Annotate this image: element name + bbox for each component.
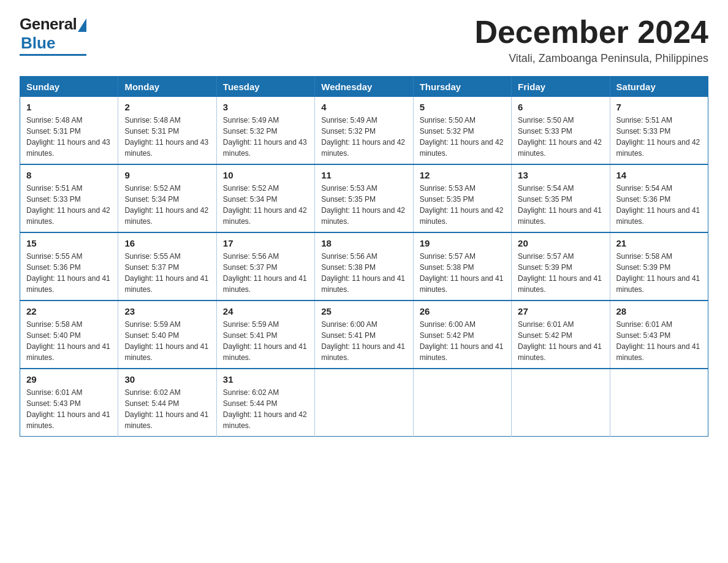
table-row: 28 Sunrise: 6:01 AMSunset: 5:43 PMDaylig… — [610, 301, 708, 369]
table-row: 18 Sunrise: 5:56 AMSunset: 5:38 PMDaylig… — [315, 232, 413, 301]
table-row: 31 Sunrise: 6:02 AMSunset: 5:44 PMDaylig… — [216, 369, 314, 437]
table-row — [610, 369, 708, 437]
table-row: 19 Sunrise: 5:57 AMSunset: 5:38 PMDaylig… — [413, 232, 511, 301]
table-row: 14 Sunrise: 5:54 AMSunset: 5:36 PMDaylig… — [610, 164, 708, 232]
day-info: Sunrise: 5:53 AMSunset: 5:35 PMDaylight:… — [321, 184, 405, 226]
table-row: 26 Sunrise: 6:00 AMSunset: 5:42 PMDaylig… — [413, 301, 511, 369]
table-row: 17 Sunrise: 5:56 AMSunset: 5:37 PMDaylig… — [216, 232, 314, 301]
day-number: 19 — [420, 238, 505, 248]
day-info: Sunrise: 5:59 AMSunset: 5:41 PMDaylight:… — [223, 320, 307, 362]
col-saturday: Saturday — [610, 77, 708, 98]
logo-general-text: General — [20, 15, 77, 34]
col-sunday: Sunday — [20, 77, 118, 98]
day-number: 13 — [518, 170, 603, 180]
day-number: 3 — [223, 102, 308, 112]
calendar-week-row: 1 Sunrise: 5:48 AMSunset: 5:31 PMDayligh… — [20, 97, 708, 164]
day-number: 4 — [321, 102, 406, 112]
day-info: Sunrise: 5:48 AMSunset: 5:31 PMDaylight:… — [124, 116, 208, 158]
day-info: Sunrise: 5:49 AMSunset: 5:32 PMDaylight:… — [223, 116, 307, 158]
day-number: 15 — [26, 238, 112, 248]
calendar-week-row: 8 Sunrise: 5:51 AMSunset: 5:33 PMDayligh… — [20, 164, 708, 232]
col-monday: Monday — [118, 77, 216, 98]
day-info: Sunrise: 5:58 AMSunset: 5:39 PMDaylight:… — [616, 252, 700, 294]
day-info: Sunrise: 5:52 AMSunset: 5:34 PMDaylight:… — [124, 184, 208, 226]
day-number: 12 — [420, 170, 505, 180]
day-info: Sunrise: 5:51 AMSunset: 5:33 PMDaylight:… — [616, 116, 700, 158]
day-info: Sunrise: 5:59 AMSunset: 5:40 PMDaylight:… — [124, 320, 208, 362]
col-thursday: Thursday — [413, 77, 511, 98]
day-number: 9 — [124, 170, 210, 180]
calendar-week-row: 22 Sunrise: 5:58 AMSunset: 5:40 PMDaylig… — [20, 301, 708, 369]
table-row: 3 Sunrise: 5:49 AMSunset: 5:32 PMDayligh… — [216, 97, 314, 164]
logo-blue-text: Blue — [21, 34, 55, 53]
table-row: 25 Sunrise: 6:00 AMSunset: 5:41 PMDaylig… — [315, 301, 413, 369]
day-number: 25 — [321, 306, 406, 316]
day-number: 24 — [223, 306, 308, 316]
day-info: Sunrise: 5:54 AMSunset: 5:35 PMDaylight:… — [518, 184, 602, 226]
day-number: 21 — [616, 238, 702, 248]
calendar-week-row: 15 Sunrise: 5:55 AMSunset: 5:36 PMDaylig… — [20, 232, 708, 301]
day-number: 28 — [616, 306, 702, 316]
table-row: 4 Sunrise: 5:49 AMSunset: 5:32 PMDayligh… — [315, 97, 413, 164]
calendar-week-row: 29 Sunrise: 6:01 AMSunset: 5:43 PMDaylig… — [20, 369, 708, 437]
table-row: 6 Sunrise: 5:50 AMSunset: 5:33 PMDayligh… — [512, 97, 610, 164]
table-row: 16 Sunrise: 5:55 AMSunset: 5:37 PMDaylig… — [118, 232, 216, 301]
table-row: 8 Sunrise: 5:51 AMSunset: 5:33 PMDayligh… — [20, 164, 118, 232]
logo-triangle-icon — [78, 18, 86, 32]
calendar-header-row: Sunday Monday Tuesday Wednesday Thursday… — [20, 77, 708, 98]
table-row: 23 Sunrise: 5:59 AMSunset: 5:40 PMDaylig… — [118, 301, 216, 369]
logo-underline — [20, 54, 86, 56]
day-number: 20 — [518, 238, 603, 248]
logo: General Blue — [20, 15, 86, 56]
table-row: 10 Sunrise: 5:52 AMSunset: 5:34 PMDaylig… — [216, 164, 314, 232]
day-info: Sunrise: 5:50 AMSunset: 5:32 PMDaylight:… — [420, 116, 504, 158]
table-row: 9 Sunrise: 5:52 AMSunset: 5:34 PMDayligh… — [118, 164, 216, 232]
table-row: 30 Sunrise: 6:02 AMSunset: 5:44 PMDaylig… — [118, 369, 216, 437]
calendar-table: Sunday Monday Tuesday Wednesday Thursday… — [20, 76, 708, 437]
table-row: 22 Sunrise: 5:58 AMSunset: 5:40 PMDaylig… — [20, 301, 118, 369]
day-info: Sunrise: 5:51 AMSunset: 5:33 PMDaylight:… — [26, 184, 110, 226]
day-number: 22 — [26, 306, 112, 316]
table-row — [315, 369, 413, 437]
table-row — [413, 369, 511, 437]
day-info: Sunrise: 5:54 AMSunset: 5:36 PMDaylight:… — [616, 184, 700, 226]
day-number: 23 — [124, 306, 210, 316]
table-row: 12 Sunrise: 5:53 AMSunset: 5:35 PMDaylig… — [413, 164, 511, 232]
table-row: 20 Sunrise: 5:57 AMSunset: 5:39 PMDaylig… — [512, 232, 610, 301]
table-row: 2 Sunrise: 5:48 AMSunset: 5:31 PMDayligh… — [118, 97, 216, 164]
day-number: 31 — [223, 374, 308, 385]
day-number: 8 — [26, 170, 112, 180]
table-row: 15 Sunrise: 5:55 AMSunset: 5:36 PMDaylig… — [20, 232, 118, 301]
day-info: Sunrise: 6:01 AMSunset: 5:43 PMDaylight:… — [616, 320, 700, 362]
day-info: Sunrise: 6:00 AMSunset: 5:42 PMDaylight:… — [420, 320, 504, 362]
day-number: 16 — [124, 238, 210, 248]
day-info: Sunrise: 5:55 AMSunset: 5:37 PMDaylight:… — [124, 252, 208, 294]
table-row: 24 Sunrise: 5:59 AMSunset: 5:41 PMDaylig… — [216, 301, 314, 369]
table-row: 11 Sunrise: 5:53 AMSunset: 5:35 PMDaylig… — [315, 164, 413, 232]
day-info: Sunrise: 5:55 AMSunset: 5:36 PMDaylight:… — [26, 252, 110, 294]
day-info: Sunrise: 6:02 AMSunset: 5:44 PMDaylight:… — [124, 388, 208, 430]
day-info: Sunrise: 5:58 AMSunset: 5:40 PMDaylight:… — [26, 320, 110, 362]
day-info: Sunrise: 6:01 AMSunset: 5:43 PMDaylight:… — [26, 388, 110, 430]
day-info: Sunrise: 5:53 AMSunset: 5:35 PMDaylight:… — [420, 184, 504, 226]
day-number: 18 — [321, 238, 406, 248]
day-info: Sunrise: 5:48 AMSunset: 5:31 PMDaylight:… — [26, 116, 110, 158]
day-info: Sunrise: 5:56 AMSunset: 5:37 PMDaylight:… — [223, 252, 307, 294]
location-subtitle: Vitali, Zamboanga Peninsula, Philippines — [474, 52, 708, 65]
day-number: 17 — [223, 238, 308, 248]
day-number: 29 — [26, 374, 112, 385]
table-row — [512, 369, 610, 437]
day-info: Sunrise: 5:57 AMSunset: 5:38 PMDaylight:… — [420, 252, 504, 294]
day-number: 27 — [518, 306, 603, 316]
month-title: December 2024 — [474, 15, 708, 50]
day-info: Sunrise: 6:01 AMSunset: 5:42 PMDaylight:… — [518, 320, 602, 362]
day-number: 6 — [518, 102, 603, 112]
table-row: 21 Sunrise: 5:58 AMSunset: 5:39 PMDaylig… — [610, 232, 708, 301]
col-friday: Friday — [512, 77, 610, 98]
day-number: 30 — [124, 374, 210, 385]
day-number: 14 — [616, 170, 702, 180]
day-info: Sunrise: 5:50 AMSunset: 5:33 PMDaylight:… — [518, 116, 602, 158]
day-info: Sunrise: 6:00 AMSunset: 5:41 PMDaylight:… — [321, 320, 405, 362]
page-header: General Blue December 2024 Vitali, Zambo… — [20, 15, 708, 65]
day-info: Sunrise: 5:56 AMSunset: 5:38 PMDaylight:… — [321, 252, 405, 294]
